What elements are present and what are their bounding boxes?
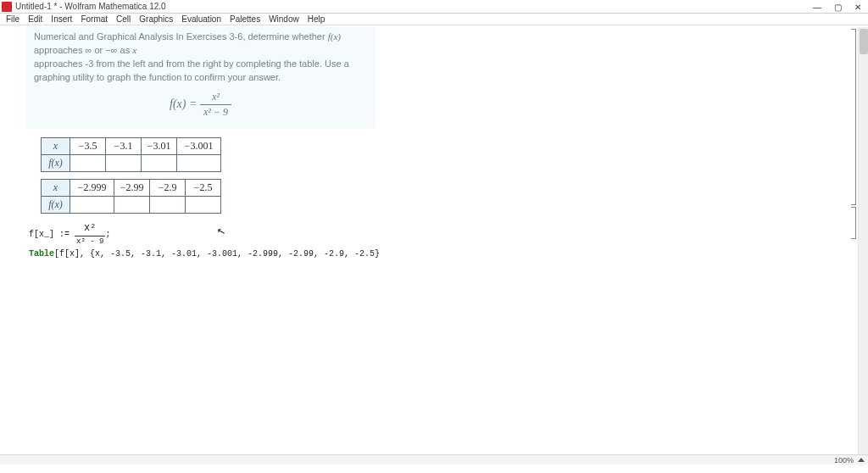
code-input-cell[interactable]: f[x_] := x² x² - 9 ; Table[f[x], {x, -3.… [29,220,868,261]
table1-c0: −3.5 [70,137,106,154]
table1-fx0 [70,154,106,171]
window-title: Untitled-1 * - Wolfram Mathematica 12.0 [15,2,166,11]
cell-bracket-input[interactable] [851,207,856,239]
menubar: File Edit Insert Format Cell Graphics Ev… [0,14,868,25]
zoom-up-icon[interactable] [858,458,865,462]
table1-c1: −3.1 [106,137,142,154]
menu-help[interactable]: Help [303,14,330,24]
notebook-workspace[interactable]: Numerical and Graphical Analysis In Exer… [0,27,868,465]
zoom-level[interactable]: 100% [834,456,854,465]
cell-bracket-text[interactable] [851,29,856,205]
table2-c1: −2.99 [114,179,150,196]
table-left-approach: x −3.5 −3.1 −3.01 −3.001 f(x) [41,137,221,172]
table2-row-x: x [42,179,70,196]
menu-cell[interactable]: Cell [112,14,135,24]
table2-fx0 [70,196,114,213]
window-controls: — ▢ ✕ [807,0,868,14]
code-l2-kw: Table [29,249,54,259]
menu-evaluation[interactable]: Evaluation [177,14,225,24]
code-l2-rest: [f[x], {x, -3.5, -3.1, -3.01, -3.001, -2… [54,249,380,259]
problem-fx: f(x) [328,31,341,42]
code-l1-a: f[x_] := [29,229,75,238]
table2-fx2 [150,196,186,213]
table2-fx1 [114,196,150,213]
menu-edit[interactable]: Edit [24,14,47,24]
table2-c2: −2.9 [150,179,186,196]
menu-window[interactable]: Window [264,14,303,24]
menu-graphics[interactable]: Graphics [135,14,177,24]
code-l1-num: x² [75,220,105,236]
code-l1-b: ; [105,229,110,238]
tables-block: x −3.5 −3.1 −3.01 −3.001 f(x) x −2.999 −… [41,137,868,214]
table2-row-fx: f(x) [42,196,70,213]
statusbar: 100% [0,454,868,465]
table1-row-x: x [42,137,70,154]
app-icon [2,2,12,12]
table1-fx2 [142,154,177,171]
table1-fx3 [177,154,221,171]
menu-insert[interactable]: Insert [47,14,76,24]
close-button[interactable]: ✕ [848,0,868,14]
formula-denominator: x² − 9 [200,105,231,120]
table1-c2: −3.01 [142,137,177,154]
menu-format[interactable]: Format [76,14,112,24]
table1-fx1 [106,154,142,171]
problem-formula: f(x) = x² x² − 9 [34,90,367,120]
formula-lhs: f(x) = [170,97,200,110]
table2-fx3 [186,196,221,213]
problem-text-b: approaches ∞ or −∞ as [34,45,132,55]
table2-c3: −2.5 [186,179,221,196]
titlebar: Untitled-1 * - Wolfram Mathematica 12.0 … [0,0,868,14]
maximize-button[interactable]: ▢ [827,0,848,14]
code-line-1[interactable]: f[x_] := x² x² - 9 ; [29,220,868,248]
code-line-2[interactable]: Table[f[x], {x, -3.5, -3.1, -3.01, -3.00… [29,248,868,260]
problem-text-c: approaches -3 from the left and from the… [34,58,349,82]
table1-c3: −3.001 [177,137,221,154]
code-l1-den: x² - 9 [75,236,105,248]
table1-row-fx: f(x) [42,154,70,171]
menu-palettes[interactable]: Palettes [225,14,264,24]
problem-text-a: Numerical and Graphical Analysis In Exer… [34,31,328,42]
formula-numerator: x² [200,90,231,105]
problem-xvar: x [132,45,136,55]
problem-text-cell: Numerical and Graphical Analysis In Exer… [25,27,376,129]
minimize-button[interactable]: — [807,0,827,14]
table-right-approach: x −2.999 −2.99 −2.9 −2.5 f(x) [41,179,221,214]
vertical-scrollbar[interactable] [858,27,868,465]
table2-c0: −2.999 [70,179,114,196]
scroll-thumb[interactable] [860,29,868,54]
menu-file[interactable]: File [2,14,24,24]
